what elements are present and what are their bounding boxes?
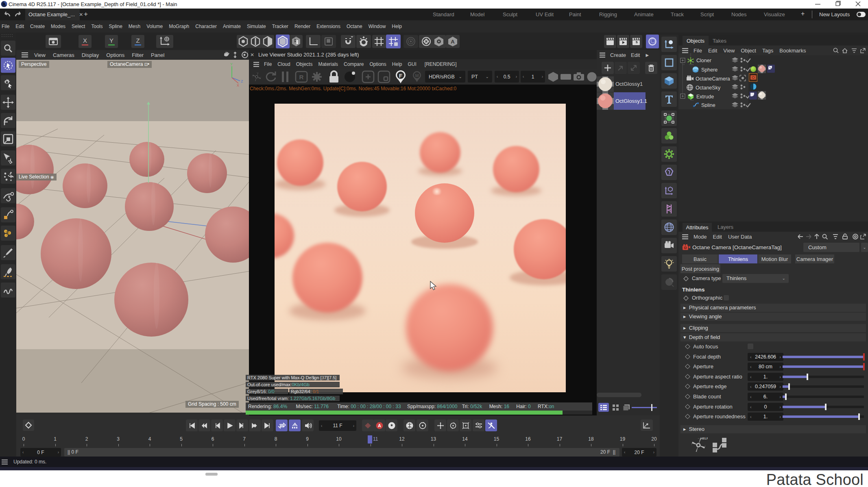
svg-text:Z: Z: [136, 37, 140, 44]
svg-text:OctaneSky: OctaneSky: [696, 85, 721, 91]
svg-text:A: A: [378, 423, 381, 428]
svg-text:Sphere: Sphere: [701, 67, 718, 73]
svg-text:A: A: [451, 39, 455, 45]
svg-text:X: X: [83, 37, 87, 44]
svg-text:Spline: Spline: [701, 102, 715, 107]
svg-text:OctaneCamera: OctaneCamera: [696, 76, 730, 82]
svg-text:Cloner: Cloner: [696, 58, 711, 63]
svg-text:F: F: [399, 73, 402, 79]
svg-text:Y: Y: [230, 62, 233, 66]
svg-text:Y: Y: [109, 37, 113, 44]
svg-text:Extrude: Extrude: [696, 94, 714, 100]
svg-text:X: X: [237, 83, 239, 87]
svg-text:R: R: [299, 74, 304, 80]
svg-text:M: M: [415, 73, 419, 78]
svg-text:HELP: HELP: [700, 437, 708, 440]
svg-text:Z: Z: [241, 79, 243, 83]
